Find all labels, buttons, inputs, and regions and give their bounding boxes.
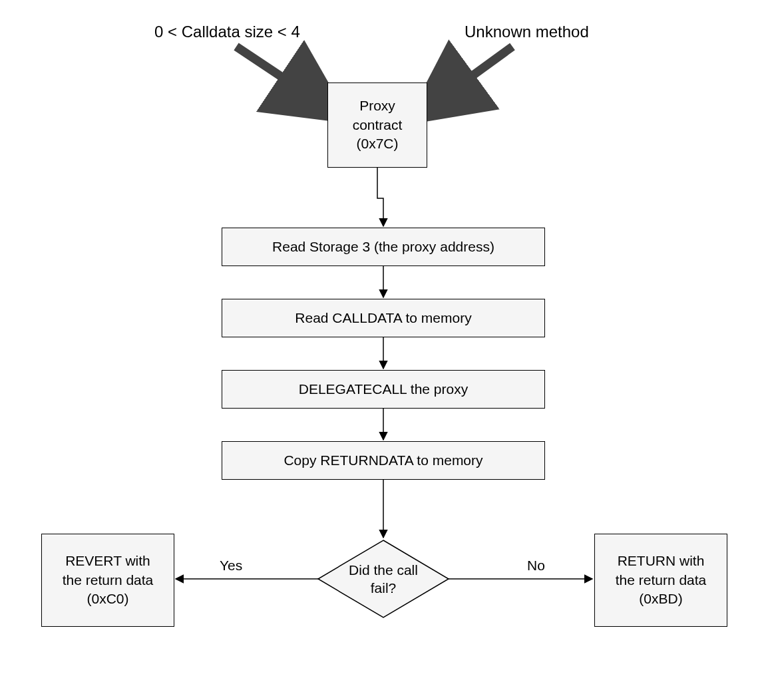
node-decision: Did the call fail? [317, 539, 450, 619]
node-read-storage: Read Storage 3 (the proxy address) [222, 228, 545, 266]
node-revert: REVERT with the return data (0xC0) [41, 534, 174, 627]
svg-line-0 [236, 47, 316, 100]
node-return: RETURN with the return data (0xBD) [594, 534, 727, 627]
node-delegatecall: DELEGATECALL the proxy [222, 370, 545, 409]
entry-label-left: 0 < Calldata size < 4 [154, 23, 300, 41]
decision-text: Did the call fail? [317, 539, 450, 619]
edge-label-no: No [527, 558, 545, 574]
node-copy-returndata: Copy RETURNDATA to memory [222, 441, 545, 480]
return-line3: (0xBD) [639, 591, 682, 606]
entry-label-right: Unknown method [465, 23, 589, 41]
revert-line2: the return data [63, 572, 154, 588]
proxy-line3: (0x7C) [356, 136, 398, 151]
proxy-line1: Proxy [359, 98, 395, 113]
node-read-calldata: Read CALLDATA to memory [222, 299, 545, 337]
svg-line-1 [439, 47, 512, 100]
node-proxy-contract: Proxy contract (0x7C) [327, 83, 427, 168]
return-line1: RETURN with [618, 553, 705, 568]
return-line2: the return data [616, 572, 707, 588]
proxy-line2: contract [353, 117, 403, 132]
revert-line1: REVERT with [65, 553, 150, 568]
revert-line3: (0xC0) [87, 591, 128, 606]
edge-label-yes: Yes [220, 558, 242, 574]
